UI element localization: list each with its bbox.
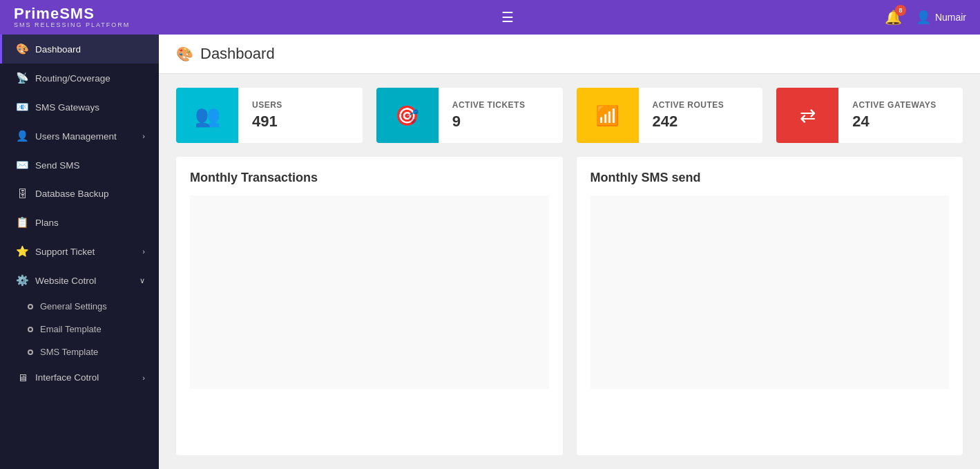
sidebar-item-routing-coverage[interactable]: 📡 Routing/Coverage bbox=[0, 64, 159, 93]
chart-area-transactions bbox=[190, 195, 549, 389]
stat-icon-box-routes: 📶 bbox=[577, 88, 639, 143]
stat-icon-box-users: 👥 bbox=[176, 88, 238, 143]
sidebar-sub-item-label: General Settings bbox=[40, 301, 107, 312]
sidebar-item-label: Website Cotrol bbox=[35, 276, 96, 286]
layout: 🎨 Dashboard 📡 Routing/Coverage 📧 SMS Gat… bbox=[0, 35, 980, 469]
expand-arrow: › bbox=[142, 374, 145, 382]
brand-subtitle: SMS RELESSING PLATFORM bbox=[14, 22, 130, 29]
sidebar-item-label: Plans bbox=[35, 218, 59, 228]
circle-icon bbox=[28, 350, 33, 355]
stat-card-users: 👥 USERS 491 bbox=[176, 88, 363, 143]
circle-icon bbox=[28, 304, 33, 309]
sidebar-item-label: Interface Cotrol bbox=[35, 372, 99, 383]
sidebar-sub-item-sms-template[interactable]: SMS Template bbox=[0, 341, 159, 363]
sidebar-item-users-management[interactable]: 👤 Users Management › bbox=[0, 122, 159, 151]
sidebar-item-dashboard[interactable]: 🎨 Dashboard bbox=[0, 35, 159, 64]
website-control-icon: ⚙️ bbox=[16, 274, 28, 287]
dashboard-icon: 🎨 bbox=[16, 43, 28, 55]
chart-title-transactions: Monthly Transactions bbox=[190, 171, 549, 185]
expand-arrow: › bbox=[142, 247, 145, 256]
stat-label-gateways: ACTIVE GATEWAYS bbox=[852, 100, 936, 110]
page-title: Dashboard bbox=[200, 45, 275, 63]
expand-arrow: › bbox=[142, 132, 145, 140]
brand: PrimeSMS SMS RELESSING PLATFORM bbox=[14, 6, 130, 29]
header-right: 🔔 8 👤 Numair bbox=[885, 9, 966, 26]
stat-value-users: 491 bbox=[252, 113, 282, 131]
chart-card-monthly-sms-send: Monthly SMS send bbox=[577, 157, 963, 455]
stat-info-gateways: ACTIVE GATEWAYS 24 bbox=[838, 90, 950, 141]
stat-label-tickets: ACTIVE TICKETS bbox=[452, 100, 526, 110]
sidebar-item-label: Support Ticket bbox=[35, 247, 95, 257]
gateways-icon: ⇄ bbox=[800, 104, 816, 127]
sidebar-item-label: Users Management bbox=[35, 131, 117, 142]
notification-count: 8 bbox=[895, 5, 906, 16]
stat-info-routes: ACTIVE ROUTES 242 bbox=[639, 90, 738, 141]
page-header: 🎨 Dashboard bbox=[159, 35, 980, 74]
sidebar-sub-item-label: SMS Template bbox=[40, 347, 98, 357]
user-name: Numair bbox=[935, 12, 966, 23]
sidebar-item-label: Dashboard bbox=[35, 44, 81, 55]
hamburger-button[interactable]: ☰ bbox=[501, 9, 514, 26]
plans-icon: 📋 bbox=[16, 216, 28, 229]
stat-card-active-gateways: ⇄ ACTIVE GATEWAYS 24 bbox=[776, 88, 963, 143]
tickets-icon: 🎯 bbox=[395, 104, 419, 127]
brand-title: PrimeSMS bbox=[14, 6, 130, 22]
interface-control-icon: 🖥 bbox=[16, 372, 28, 383]
stat-info-tickets: ACTIVE TICKETS 9 bbox=[439, 90, 539, 141]
page-icon: 🎨 bbox=[176, 46, 193, 62]
sidebar-item-plans[interactable]: 📋 Plans bbox=[0, 208, 159, 237]
sidebar-sub-item-label: Email Template bbox=[40, 324, 102, 334]
support-ticket-icon: ⭐ bbox=[16, 245, 28, 258]
stats-row: 👥 USERS 491 🎯 ACTIVE TICKETS 9 📶 bbox=[159, 74, 980, 157]
sms-gateways-icon: 📧 bbox=[16, 101, 28, 113]
sidebar-item-label: Database Backup bbox=[35, 189, 109, 199]
sidebar-item-send-sms[interactable]: ✉️ Send SMS bbox=[0, 151, 159, 180]
user-avatar-icon: 👤 bbox=[916, 10, 931, 25]
chart-title-sms-send: Monthly SMS send bbox=[590, 171, 950, 185]
sidebar-item-support-ticket[interactable]: ⭐ Support Ticket › bbox=[0, 237, 159, 266]
users-management-icon: 👤 bbox=[16, 130, 28, 142]
sidebar-item-label: SMS Gateways bbox=[35, 102, 99, 113]
main-content: 🎨 Dashboard 👥 USERS 491 🎯 ACTIVE TICKET bbox=[159, 35, 980, 469]
charts-row: Monthly Transactions Monthly SMS send bbox=[159, 157, 980, 469]
routing-icon: 📡 bbox=[16, 72, 28, 84]
sidebar-item-website-control[interactable]: ⚙️ Website Cotrol ∨ bbox=[0, 266, 159, 295]
stat-info-users: USERS 491 bbox=[238, 90, 296, 141]
sidebar-item-interface-control[interactable]: 🖥 Interface Cotrol › bbox=[0, 363, 159, 392]
stat-card-active-routes: 📶 ACTIVE ROUTES 242 bbox=[577, 88, 763, 143]
stat-label-users: USERS bbox=[252, 100, 282, 110]
chart-area-sms-send bbox=[590, 195, 950, 389]
stat-card-active-tickets: 🎯 ACTIVE TICKETS 9 bbox=[376, 88, 563, 143]
sidebar-sub-item-general-settings[interactable]: General Settings bbox=[0, 295, 159, 318]
routes-icon: 📶 bbox=[595, 104, 619, 127]
sidebar: 🎨 Dashboard 📡 Routing/Coverage 📧 SMS Gat… bbox=[0, 35, 159, 469]
database-backup-icon: 🗄 bbox=[16, 188, 28, 200]
stat-value-tickets: 9 bbox=[452, 113, 526, 131]
sidebar-item-label: Send SMS bbox=[35, 160, 80, 171]
stat-value-gateways: 24 bbox=[852, 113, 936, 131]
chart-card-monthly-transactions: Monthly Transactions bbox=[176, 157, 563, 455]
sidebar-item-sms-gateways[interactable]: 📧 SMS Gateways bbox=[0, 93, 159, 122]
stat-icon-box-tickets: 🎯 bbox=[376, 88, 439, 143]
expand-arrow: ∨ bbox=[140, 276, 145, 285]
top-header: PrimeSMS SMS RELESSING PLATFORM ☰ 🔔 8 👤 … bbox=[0, 0, 980, 35]
stat-icon-box-gateways: ⇄ bbox=[776, 88, 838, 143]
user-menu[interactable]: 👤 Numair bbox=[916, 10, 966, 25]
send-sms-icon: ✉️ bbox=[16, 159, 28, 171]
stat-value-routes: 242 bbox=[653, 113, 724, 131]
circle-icon bbox=[28, 327, 33, 332]
sidebar-item-label: Routing/Coverage bbox=[35, 73, 111, 84]
notification-bell[interactable]: 🔔 8 bbox=[885, 9, 902, 26]
sidebar-item-database-backup[interactable]: 🗄 Database Backup bbox=[0, 180, 159, 208]
stat-label-routes: ACTIVE ROUTES bbox=[653, 100, 724, 110]
users-icon: 👥 bbox=[195, 104, 220, 128]
sidebar-sub-item-email-template[interactable]: Email Template bbox=[0, 318, 159, 341]
